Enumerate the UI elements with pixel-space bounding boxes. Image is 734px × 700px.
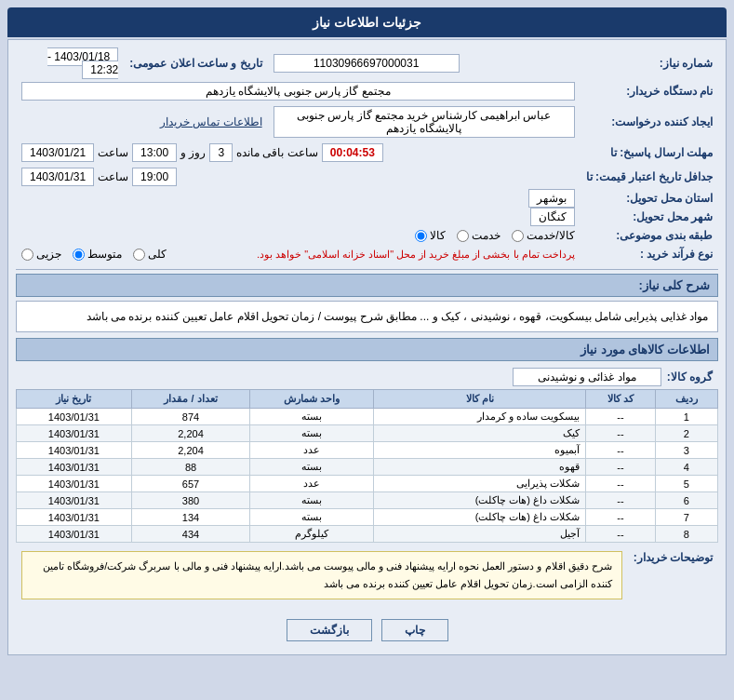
page-wrapper: جزئیات اطلاعات نیاز شماره نیاز: 11030966… bbox=[0, 0, 734, 700]
need-summary-text: مواد غذایی پذیرایی شامل بیسکویت، قهوه ، … bbox=[16, 301, 718, 332]
need-summary-header: شرح کلی نیاز: bbox=[16, 274, 718, 297]
price-time-label: ساعت bbox=[98, 170, 128, 183]
category-option-kala[interactable]: کالا bbox=[415, 229, 446, 242]
goods-group-value: مواد غذائی و نوشیدنی bbox=[513, 368, 661, 386]
buyer-notes-text: شرح دقیق اقلام و دستور العمل نحوه ارایه … bbox=[21, 551, 622, 599]
sub-option-motavaset[interactable]: متوسط bbox=[73, 248, 122, 261]
buyer-notes-label: توضیحات خریدار: bbox=[628, 548, 718, 607]
goods-group-label: گروه کالا: bbox=[667, 370, 713, 384]
reply-deadline-label: مهلت ارسال پاسبخ: تا bbox=[581, 141, 718, 165]
goods-table: ردیف کد کالا نام کالا واحد شمارش تعداد /… bbox=[16, 389, 718, 543]
date-value: 1403/01/18 - 12:32 bbox=[47, 47, 118, 79]
page-header: جزئیات اطلاعات نیاز bbox=[7, 7, 727, 37]
category-option-khedmat[interactable]: خدمت bbox=[457, 229, 500, 242]
need-number-label: شماره نیاز: bbox=[581, 47, 718, 79]
price-date: 1403/01/31 bbox=[21, 168, 94, 186]
buyer-value: مجتمع گاز پارس جنوبی پالایشگاه یازدهم bbox=[21, 82, 575, 101]
goods-category-row: گروه کالا: مواد غذائی و نوشیدنی bbox=[16, 365, 718, 389]
city-label: شهر محل تحویل: bbox=[581, 208, 718, 226]
province-value: بوشهر bbox=[528, 189, 575, 208]
print-button[interactable]: چاپ bbox=[381, 619, 448, 641]
province-label: استان محل تحویل: bbox=[581, 189, 718, 208]
col-row: ردیف bbox=[655, 390, 717, 409]
purchase-type-label: نوع فرآند خرید : bbox=[581, 245, 718, 263]
buyer-notes-table: توضیحات خریدار: شرح دقیق اقلام و دستور ا… bbox=[16, 548, 718, 607]
contact-link[interactable]: اطلاعات تماس خریدار bbox=[160, 115, 262, 128]
timer-value: 00:04:53 bbox=[322, 143, 383, 162]
timer-label: ساعت باقی مانده bbox=[236, 146, 318, 159]
city-value: کنگان bbox=[530, 208, 575, 226]
col-date: تاریخ نیاز bbox=[17, 390, 132, 409]
price-deadline-label: جدافل تاریخ اعتبار قیمت: تا bbox=[581, 165, 718, 189]
sub-option-jozi[interactable]: جزیی bbox=[21, 248, 61, 261]
button-row: چاپ بازگشت bbox=[16, 613, 718, 647]
goods-header: اطلاعات کالاهای مورد نیاز bbox=[16, 338, 718, 361]
date-label: تاریخ و ساعت اعلان عمومی: bbox=[124, 47, 267, 79]
table-row: 2 -- کیک بسته 2,204 1403/01/31 bbox=[17, 425, 718, 442]
divider-1 bbox=[16, 269, 718, 270]
creator-value: عباس ابراهیمی کارشناس خرید مجتمع گاز پار… bbox=[274, 106, 575, 138]
reply-time-label: ساعت bbox=[98, 146, 128, 159]
reply-date: 1403/01/21 bbox=[21, 143, 94, 162]
category-radio-group: کالا/خدمت خدمت کالا bbox=[21, 229, 575, 242]
table-row: 3 -- آبمیوه عدد 2,204 1403/01/31 bbox=[17, 442, 718, 459]
goods-section: اطلاعات کالاهای مورد نیاز گروه کالا: موا… bbox=[16, 338, 718, 543]
col-code: کد کالا bbox=[586, 390, 656, 409]
col-name: نام کالا bbox=[374, 390, 586, 409]
col-unit: واحد شمارش bbox=[250, 390, 374, 409]
price-time: 19:00 bbox=[132, 168, 177, 186]
table-row: 7 -- شکلات داغ (هات چاکلت) بسته 134 1403… bbox=[17, 509, 718, 526]
info-table: شماره نیاز: 11030966697000031 تاریخ و سا… bbox=[16, 47, 718, 263]
sub-radio-group: کلی متوسط جزیی bbox=[21, 248, 167, 261]
purchase-type-text: پرداخت تمام با بخشی از مبلغ خرید از محل … bbox=[257, 249, 575, 261]
reply-day-label: روز و bbox=[180, 146, 206, 159]
creator-label: ایجاد کننده درخواست: bbox=[581, 103, 718, 141]
table-row: 8 -- آجیل کیلوگرم 434 1403/01/31 bbox=[17, 526, 718, 543]
table-row: 6 -- شکلات داغ (هات چاکلت) بسته 380 1403… bbox=[17, 492, 718, 509]
col-qty: تعداد / مقدار bbox=[131, 390, 250, 409]
table-row: 1 -- بیسکویت ساده و کرمدار بسته 874 1403… bbox=[17, 409, 718, 425]
sub-option-koli[interactable]: کلی bbox=[133, 248, 167, 261]
page-title: جزئیات اطلاعات نیاز bbox=[313, 15, 421, 30]
buyer-label: نام دستگاه خریدار: bbox=[581, 79, 718, 103]
category-label: طبقه بندی موضوعی: bbox=[581, 226, 718, 245]
reply-time: 13:00 bbox=[132, 143, 177, 162]
main-content: شماره نیاز: 11030966697000031 تاریخ و سا… bbox=[7, 39, 727, 655]
table-row: 5 -- شکلات پذیرایی عدد 657 1403/01/31 bbox=[17, 476, 718, 492]
reply-day: 3 bbox=[209, 143, 233, 162]
table-row: 4 -- قهوه بسته 88 1403/01/31 bbox=[17, 459, 718, 476]
need-number-value: 11030966697000031 bbox=[274, 54, 460, 73]
category-option-kala-khedmat[interactable]: کالا/خدمت bbox=[512, 229, 574, 242]
back-button[interactable]: بازگشت bbox=[287, 619, 372, 641]
